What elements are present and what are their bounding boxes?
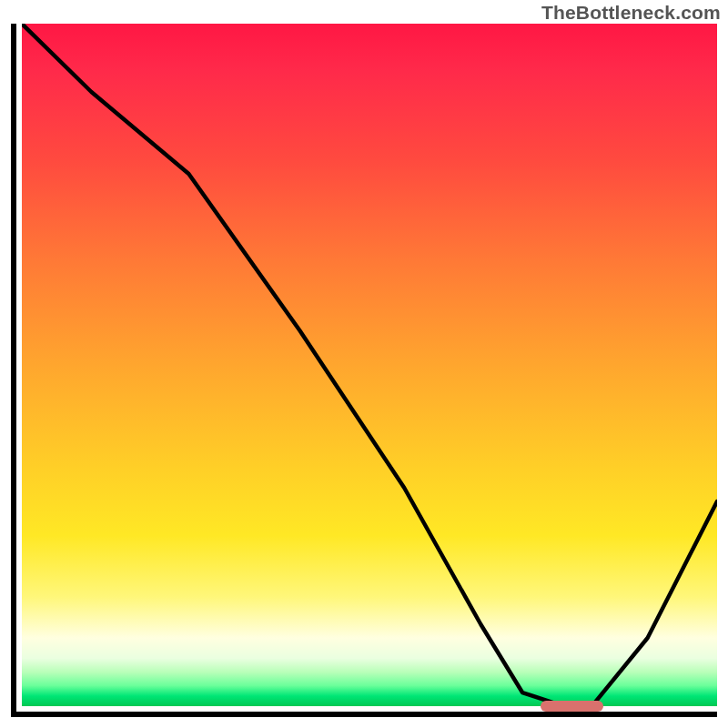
watermark-text: TheBottleneck.com [541,2,721,24]
bottleneck-curve [22,24,717,706]
chart-container: TheBottleneck.com [0,0,728,728]
plot-area [11,24,717,717]
optimal-range-marker [541,701,603,712]
